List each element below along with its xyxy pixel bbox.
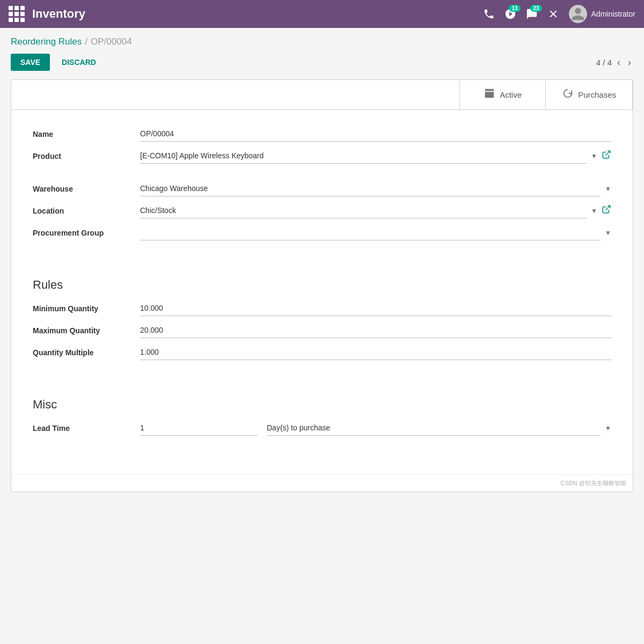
- location-input[interactable]: [140, 203, 587, 218]
- prev-button[interactable]: ‹: [615, 56, 623, 69]
- tab-active-label: Active: [500, 90, 522, 99]
- activity-badge: 13: [509, 5, 520, 12]
- user-avatar: [569, 5, 587, 23]
- form-body: Name Product ▼ Warehouse: [11, 110, 633, 474]
- warehouse-field: ▼: [140, 181, 611, 196]
- warehouse-row: Warehouse ▼: [33, 181, 611, 196]
- tab-purchases-label: Purchases: [578, 90, 616, 99]
- apps-grid-icon[interactable]: [9, 6, 25, 22]
- main-content: Reordering Rules / OP/00004 SAVE DISCARD…: [0, 28, 644, 501]
- tab-spacer: [11, 80, 460, 109]
- product-label: Product: [33, 152, 140, 160]
- breadcrumb: Reordering Rules / OP/00004: [11, 36, 633, 47]
- tab-active[interactable]: Active: [460, 80, 546, 109]
- svg-line-3: [606, 206, 610, 210]
- product-input[interactable]: [140, 148, 587, 164]
- location-label: Location: [33, 207, 140, 215]
- svg-rect-1: [485, 92, 494, 98]
- max-qty-label: Maximum Quantity: [33, 326, 140, 335]
- qty-multiple-label: Quantity Multiple: [33, 348, 140, 357]
- pagination-info: 4 / 4: [596, 58, 612, 67]
- qty-multiple-row: Quantity Multiple: [33, 345, 611, 360]
- breadcrumb-current: OP/00004: [91, 36, 132, 47]
- topbar-icons: 13 23 Administrator: [483, 5, 635, 23]
- chat-badge: 23: [530, 5, 541, 12]
- misc-section-title: Misc: [33, 398, 611, 412]
- min-qty-row: Minimum Quantity: [33, 301, 611, 316]
- lead-time-unit-input[interactable]: [267, 420, 601, 436]
- product-field: ▼: [140, 148, 611, 164]
- warehouse-label: Warehouse: [33, 185, 140, 193]
- form-card: Active Purchases Name Product: [11, 79, 633, 492]
- max-qty-row: Maximum Quantity: [33, 323, 611, 338]
- lead-time-label: Lead Time: [33, 424, 140, 433]
- name-label: Name: [33, 130, 140, 138]
- toolbar: SAVE DISCARD 4 / 4 ‹ ›: [11, 54, 633, 71]
- pagination: 4 / 4 ‹ ›: [596, 56, 633, 69]
- location-dropdown-arrow[interactable]: ▼: [591, 207, 597, 215]
- breadcrumb-separator: /: [85, 36, 87, 47]
- watermark: CSDN @邹先生聊教智能: [11, 474, 633, 492]
- close-icon[interactable]: [547, 8, 559, 20]
- location-row: Location ▼: [33, 203, 611, 218]
- product-external-link-icon[interactable]: [602, 150, 611, 162]
- procurement-label: Procurement Group: [33, 229, 140, 237]
- breadcrumb-parent[interactable]: Reordering Rules: [11, 36, 82, 47]
- rules-section-title: Rules: [33, 278, 611, 292]
- qty-multiple-input[interactable]: [140, 345, 611, 360]
- location-field: ▼: [140, 203, 611, 218]
- lead-time-field: ▼: [140, 420, 611, 436]
- active-tab-icon: [484, 87, 495, 102]
- next-button[interactable]: ›: [626, 56, 633, 69]
- lead-time-row: Lead Time ▼: [33, 420, 611, 436]
- procurement-input[interactable]: [140, 225, 601, 240]
- name-input[interactable]: [140, 126, 611, 142]
- save-button[interactable]: SAVE: [11, 54, 50, 71]
- purchases-tab-icon: [562, 87, 574, 102]
- app-title: Inventory: [32, 7, 483, 21]
- name-field: [140, 126, 611, 142]
- user-menu[interactable]: Administrator: [569, 5, 635, 23]
- location-external-link-icon[interactable]: [602, 204, 611, 217]
- chat-icon[interactable]: 23: [526, 8, 538, 20]
- svg-line-2: [606, 151, 610, 155]
- username: Administrator: [591, 10, 635, 18]
- topbar: Inventory 13 23 Administrator: [0, 0, 644, 28]
- tab-purchases[interactable]: Purchases: [546, 80, 633, 109]
- lead-time-input[interactable]: [140, 420, 258, 436]
- max-qty-field: [140, 323, 611, 338]
- procurement-dropdown-arrow[interactable]: ▼: [605, 229, 611, 237]
- procurement-row: Procurement Group ▼: [33, 225, 611, 240]
- product-dropdown-arrow[interactable]: ▼: [591, 152, 597, 160]
- min-qty-label: Minimum Quantity: [33, 304, 140, 313]
- tabs-row: Active Purchases: [11, 80, 633, 110]
- phone-icon[interactable]: [483, 8, 495, 20]
- min-qty-field: [140, 301, 611, 316]
- min-qty-input[interactable]: [140, 301, 611, 316]
- procurement-field: ▼: [140, 225, 611, 240]
- warehouse-input[interactable]: [140, 181, 601, 196]
- svg-rect-0: [485, 89, 494, 91]
- name-row: Name: [33, 126, 611, 142]
- warehouse-dropdown-arrow[interactable]: ▼: [605, 185, 611, 193]
- max-qty-input[interactable]: [140, 323, 611, 338]
- activity-icon[interactable]: 13: [504, 8, 516, 20]
- product-row: Product ▼: [33, 148, 611, 164]
- discard-button[interactable]: DISCARD: [56, 54, 101, 71]
- lead-time-unit-dropdown-arrow[interactable]: ▼: [605, 425, 611, 432]
- qty-multiple-field: [140, 345, 611, 360]
